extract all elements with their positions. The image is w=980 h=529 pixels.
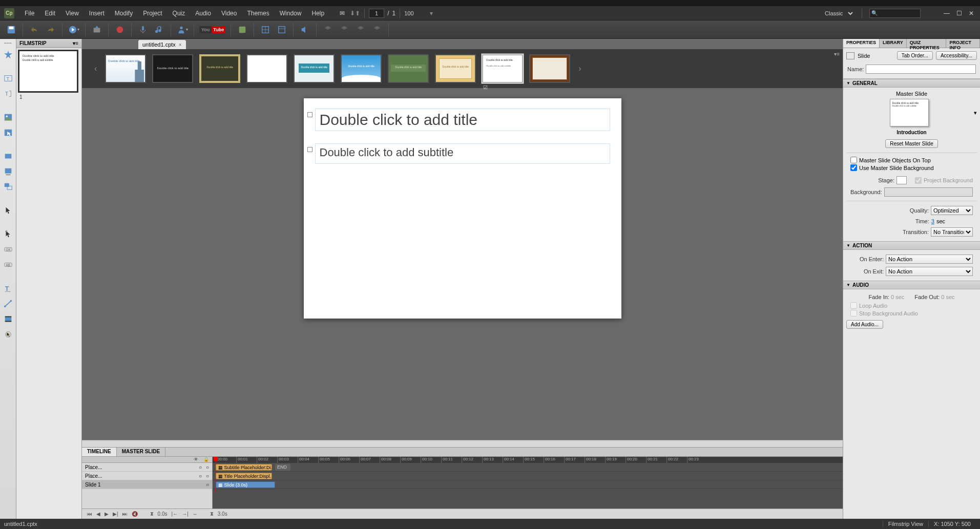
master-slide-thumb[interactable]: Double click to add title Double click t… (890, 99, 929, 126)
youtube-button[interactable]: YouTube (198, 23, 226, 37)
undo-button[interactable] (27, 23, 41, 37)
theme-thumb-7[interactable]: Double click to add title (388, 54, 429, 83)
menu-audio[interactable]: Audio (190, 10, 216, 17)
highlight-tool-icon[interactable] (2, 150, 14, 162)
theme-thumb-10[interactable] (529, 54, 570, 83)
menu-help[interactable]: Help (306, 10, 329, 17)
image-tool-icon[interactable] (2, 111, 14, 123)
audio-button[interactable] (152, 23, 166, 37)
timeline-next-icon[interactable]: ▶| (113, 511, 118, 517)
preview-button[interactable]: ▾ (67, 23, 81, 37)
text-anim-tool-icon[interactable]: T (2, 282, 14, 294)
toolbar-btn-d[interactable] (370, 23, 384, 37)
timeline-prev-icon[interactable]: ◀ (96, 511, 100, 517)
tab-library[interactable]: LIBRARY (880, 39, 907, 48)
canvas-area[interactable]: Double click to add title Double click t… (82, 88, 843, 440)
save-button[interactable] (4, 23, 18, 37)
theme-thumb-4[interactable] (246, 54, 287, 83)
menu-view[interactable]: View (60, 10, 84, 17)
objects-on-top-checkbox[interactable] (850, 157, 857, 163)
on-exit-select[interactable]: No Action (886, 267, 973, 276)
use-master-bg-checkbox[interactable] (850, 164, 857, 171)
eye-column-icon[interactable]: 👁 (194, 457, 198, 462)
tab-timeline[interactable]: TIMELINE (82, 448, 117, 456)
text-caption-tool-icon[interactable]: T (2, 72, 14, 84)
search-box[interactable]: 🔍 (869, 9, 921, 18)
record-audio-button[interactable] (136, 23, 150, 37)
timeline-row[interactable]: Slide 1○○ (82, 480, 212, 489)
section-general-header[interactable]: ▼GENERAL (843, 79, 980, 88)
timeline-row[interactable]: Place...○○ (82, 472, 212, 480)
timeline-snap-left-icon[interactable]: |← (172, 511, 178, 517)
upload-icon[interactable]: ⬆ (355, 10, 360, 17)
widget-tool-icon[interactable] (2, 328, 14, 341)
tab-project-info[interactable]: PROJECT INFO (946, 39, 980, 48)
filmstrip-menu-icon[interactable]: ▾≡ (73, 40, 78, 46)
master-slide-dropdown-icon[interactable]: ▾ (974, 110, 977, 116)
transition-select[interactable]: No Transition (931, 227, 973, 237)
table-button[interactable] (258, 23, 273, 37)
timeline-clip[interactable]: ▦ Subtitle Placeholder:Di... (216, 464, 272, 471)
timeline-clip[interactable]: ▦ Title Placeholder:Displ... (216, 473, 272, 479)
menu-project[interactable]: Project (138, 10, 167, 17)
timeline-last-icon[interactable]: ⏭ (122, 511, 128, 517)
theme-thumb-9[interactable]: Double click to add titleDouble click to… (482, 54, 523, 83)
reset-master-slide-button[interactable]: Reset Master Slide (885, 139, 937, 148)
page-input[interactable] (369, 9, 384, 18)
window-minimize-button[interactable]: — (942, 9, 951, 17)
document-tab[interactable]: untitled1.cptx × (138, 40, 186, 49)
rollover-tool-icon[interactable] (2, 126, 14, 139)
menu-edit[interactable]: Edit (39, 10, 60, 17)
redo-button[interactable] (44, 23, 58, 37)
toolbar-btn-a[interactable] (321, 23, 335, 37)
theme-thumb-8[interactable]: Double click to add title (435, 54, 476, 83)
star-tool-icon[interactable] (2, 49, 14, 61)
theme-thumb-2[interactable]: Double click to add title (152, 54, 193, 83)
theme-thumb-5[interactable]: Double click to add title (294, 54, 335, 83)
click-box-tool-icon[interactable] (2, 228, 14, 240)
toolbar-btn-c[interactable] (353, 23, 368, 37)
zoom-area-tool-icon[interactable] (2, 181, 14, 193)
filmstrip-slide-thumb[interactable]: Double click to add title Double click t… (18, 50, 78, 92)
tab-order-button[interactable]: Tab Order... (897, 51, 933, 60)
timeline-snap-right-icon[interactable]: →| (182, 511, 189, 517)
menu-file[interactable]: File (19, 10, 39, 17)
character-button[interactable]: ▾ (175, 23, 190, 37)
time-value[interactable]: 3 (931, 218, 934, 224)
menu-insert[interactable]: Insert (84, 10, 110, 17)
mouse-tool-icon[interactable] (2, 204, 14, 217)
menu-quiz[interactable]: Quiz (168, 10, 191, 17)
grip-icon[interactable]: ┅┅┅ (4, 41, 12, 46)
slidelet-tool-icon[interactable] (2, 165, 14, 178)
theme-next-icon[interactable]: › (576, 64, 583, 73)
tab-master-slide[interactable]: MASTER SLIDE (117, 448, 165, 456)
timeline-mute-icon[interactable]: 🔇 (132, 511, 138, 517)
timeline-clip[interactable]: ▦ Slide (3.0s) (216, 481, 275, 488)
tab-properties[interactable]: PROPERTIES (843, 39, 880, 48)
record-button[interactable] (113, 23, 127, 37)
zoom-dropdown-icon[interactable]: ▾ (430, 10, 433, 17)
placeholder-handle-icon[interactable] (307, 147, 312, 152)
window-close-button[interactable]: ✕ (967, 9, 976, 17)
theme-thumb-3[interactable]: Double click to add title (199, 54, 240, 83)
publish-button[interactable] (90, 23, 104, 37)
volume-button[interactable] (298, 23, 312, 37)
document-tab-close-icon[interactable]: × (179, 42, 182, 48)
text-button-tool-icon[interactable]: AB (2, 259, 14, 271)
add-audio-button[interactable]: Add Audio... (846, 320, 883, 329)
timeline-stretch-icon[interactable]: ↔ (193, 511, 198, 517)
animation-tool-icon[interactable] (2, 313, 14, 325)
theme-bar-options-icon[interactable]: ▾≡ (834, 51, 840, 57)
timeline-row[interactable]: Place...○○ (82, 463, 212, 472)
text-entry-tool-icon[interactable]: T (2, 88, 14, 100)
timeline-first-icon[interactable]: ⏮ (87, 511, 92, 517)
placeholder-handle-icon[interactable] (307, 112, 312, 117)
window-maximize-button[interactable]: ☐ (954, 9, 964, 17)
section-audio-header[interactable]: ▼AUDIO (843, 281, 980, 289)
menu-modify[interactable]: Modify (110, 10, 138, 17)
timeline-tracks[interactable]: 00:0000:0100:0200:0300:0400:0500:0600:07… (213, 457, 843, 509)
menu-video[interactable]: Video (216, 10, 242, 17)
zoom-input[interactable] (404, 9, 430, 18)
object-button[interactable] (235, 23, 249, 37)
quality-select[interactable]: Optimized (931, 206, 973, 215)
